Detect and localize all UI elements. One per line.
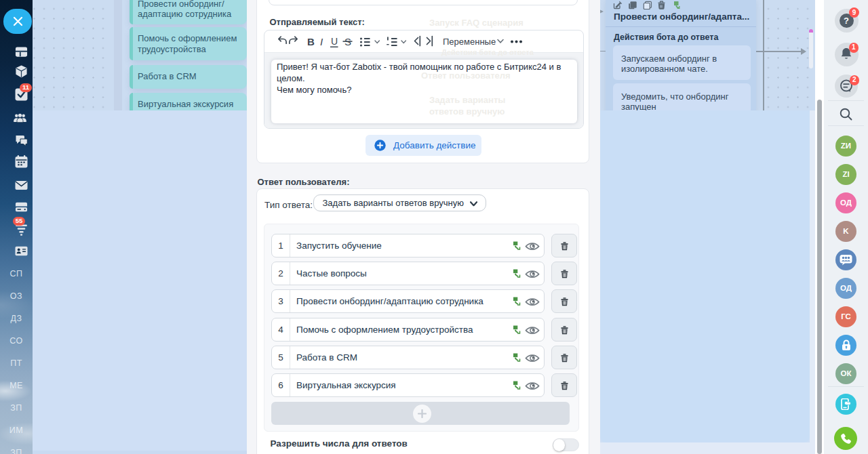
svg-text:Переменные: Переменные — [443, 37, 496, 47]
svg-text:U: U — [331, 36, 338, 47]
svg-text:I: I — [320, 36, 323, 47]
svg-text:B: B — [307, 36, 315, 47]
